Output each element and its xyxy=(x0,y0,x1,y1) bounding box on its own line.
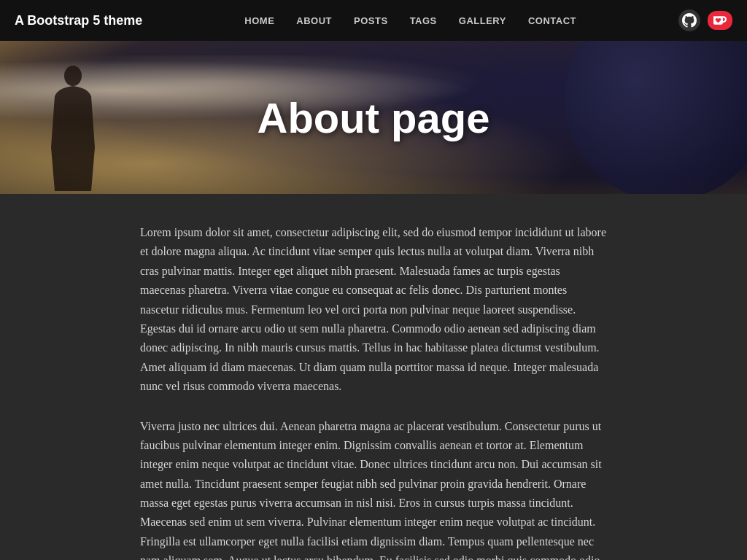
nav-item-gallery[interactable]: GALLERY xyxy=(459,15,506,26)
nav-brand: A Bootstrap 5 theme xyxy=(15,13,142,28)
nav-item-about[interactable]: ABOUT xyxy=(296,15,332,26)
github-icon[interactable] xyxy=(678,9,700,31)
content-inner: Lorem ipsum dolor sit amet, consectetur … xyxy=(125,223,622,560)
svg-point-0 xyxy=(64,66,82,86)
hero-title: About page xyxy=(258,93,490,142)
nav-icons xyxy=(678,9,732,31)
nav-item-tags[interactable]: TAGS xyxy=(410,15,437,26)
nav-item-posts[interactable]: POSTS xyxy=(354,15,388,26)
content-paragraph-1: Lorem ipsum dolor sit amet, consectetur … xyxy=(140,223,607,397)
nav-links: HOME ABOUT POSTS TAGS GALLERY CONTACT xyxy=(244,15,576,26)
navbar: A Bootstrap 5 theme HOME ABOUT POSTS TAG… xyxy=(0,0,747,41)
nav-item-home[interactable]: HOME xyxy=(244,15,274,26)
kofi-icon[interactable] xyxy=(708,11,732,30)
nav-item-contact[interactable]: CONTACT xyxy=(528,15,576,26)
person-silhouette xyxy=(44,60,102,194)
content-section: Lorem ipsum dolor sit amet, consectetur … xyxy=(0,194,747,560)
hero-section: About page xyxy=(0,41,747,194)
content-paragraph-2: Viverra justo nec ultrices dui. Aenean p… xyxy=(140,417,607,560)
